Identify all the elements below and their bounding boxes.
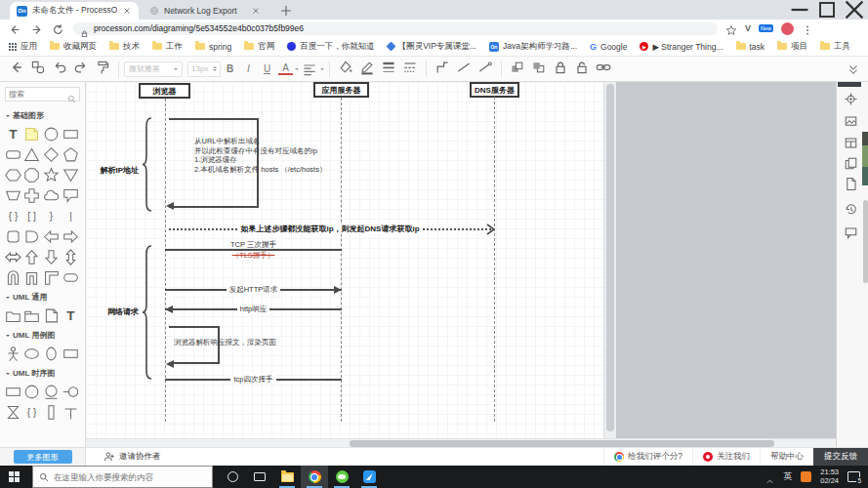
history-icon[interactable] <box>844 202 858 217</box>
lock-icon[interactable] <box>553 60 568 75</box>
bookmark-star-icon[interactable] <box>725 22 737 34</box>
shape-search-box[interactable] <box>5 87 80 102</box>
tab-network-log[interactable]: Network Log Export <box>143 2 268 20</box>
bookmark-item-8[interactable]: OnJava架构师学习路... <box>489 41 577 53</box>
bookmark-item-9[interactable]: GGoogle <box>590 42 627 52</box>
shape-brace-pair[interactable]: { } <box>4 207 21 224</box>
shape-octagon[interactable] <box>23 166 41 183</box>
shape-arrow-left-right[interactable] <box>4 248 21 265</box>
shape-arrow-right[interactable] <box>62 227 79 245</box>
line-straight-icon[interactable] <box>456 60 472 75</box>
shape-cloud[interactable] <box>43 186 61 204</box>
canvas-horizontal-scrollbar[interactable] <box>86 438 836 447</box>
tray-app-icon[interactable] <box>801 471 811 482</box>
connector-style-icon[interactable] <box>434 60 450 75</box>
canvas-vertical-scrollbar[interactable] <box>603 82 616 438</box>
tab-close-icon[interactable] <box>122 6 132 16</box>
resolve-note[interactable]: 从URL中解析出域名 并以此检查缓存中有没有对应域名的ip 1.浏览器缓存 2.… <box>194 137 326 174</box>
redo-icon[interactable] <box>73 60 89 75</box>
notification-icon[interactable]: 5 <box>847 471 860 482</box>
shape-rounded-square[interactable] <box>4 227 21 245</box>
message-label-tcp-wave[interactable]: tcp四次挥手 <box>165 375 342 385</box>
comment-icon[interactable] <box>844 225 858 240</box>
align-icon[interactable] <box>302 61 317 77</box>
copy-page-icon[interactable] <box>844 156 858 171</box>
taskbar-clock[interactable]: 21:53 02/24 <box>820 468 839 485</box>
unlock-icon[interactable] <box>574 60 590 75</box>
shape-brace-right[interactable]: } <box>43 207 61 224</box>
task-view-button[interactable] <box>246 466 273 488</box>
actor-browser[interactable]: 浏览器 <box>139 83 190 99</box>
diagram-canvas[interactable]: 浏览器 应用服务器 DNS服务器 从URL中解析出域名 并以此检查缓存中有没有对… <box>86 82 603 438</box>
shape-callout[interactable] <box>62 186 79 204</box>
font-size-select[interactable]: 13px <box>187 61 221 77</box>
shape-section-title[interactable]: UML 通用 <box>0 287 85 305</box>
shape-d-shape[interactable] <box>23 227 41 245</box>
bookmark-item-4[interactable]: spring <box>195 42 231 52</box>
shape-section-title[interactable]: UML 时序图 <box>0 363 85 382</box>
shape-inverted-triangle[interactable] <box>62 166 79 183</box>
shape-hexagon[interactable] <box>4 166 21 183</box>
nav-back-icon[interactable] <box>9 60 24 75</box>
shape-circle[interactable] <box>43 125 61 142</box>
actor-dns-server[interactable]: DNS服务器 <box>470 82 519 98</box>
shape-rounded-rect[interactable] <box>4 145 21 163</box>
dns-condition-label[interactable]: 如果上述步骤都没能获取ip，则发起DNS请求获取ip <box>193 224 467 234</box>
window-close-button[interactable] <box>841 0 868 20</box>
bookmark-item-7[interactable]: 【圈灵VIP专属课堂... <box>388 41 476 53</box>
window-minimize-button[interactable] <box>786 0 813 20</box>
font-size-stepper[interactable] <box>213 64 217 73</box>
italic-button[interactable]: I <box>241 63 256 74</box>
back-icon[interactable] <box>9 22 21 35</box>
bookmark-item-11[interactable]: task <box>736 42 765 52</box>
bookmark-item-10[interactable]: ▶▶ Stranger Thing... <box>640 42 723 52</box>
shape-triangle[interactable] <box>23 145 41 163</box>
line-style-icon[interactable] <box>402 60 418 75</box>
cortana-button[interactable] <box>219 466 246 488</box>
lifeline-dns-server[interactable] <box>494 97 495 422</box>
new-page-icon[interactable] <box>844 177 858 191</box>
shape-star[interactable] <box>43 166 61 183</box>
collapse-toolbar-icon[interactable] <box>847 62 860 76</box>
shape-search-input[interactable] <box>9 90 67 99</box>
shape-t-bar[interactable] <box>62 403 79 421</box>
send-back-icon[interactable] <box>531 60 547 75</box>
shape-arch[interactable] <box>4 268 21 286</box>
shape-oval[interactable] <box>43 345 61 362</box>
shape-bracket-pair[interactable]: [ ] <box>23 207 41 224</box>
shape-text[interactable]: T <box>4 125 21 142</box>
new-tab-button[interactable] <box>279 4 293 18</box>
shape-circle-underline[interactable] <box>43 383 61 400</box>
follow-us-button[interactable]: 关注我们 <box>692 448 760 466</box>
shape-rect[interactable] <box>62 125 79 142</box>
shape-library-icon[interactable] <box>30 60 46 75</box>
url-text[interactable]: processon.com/diagraming/5e534552e4b0c03… <box>94 23 304 33</box>
shape-ellipse[interactable] <box>23 345 41 362</box>
bookmark-item-2[interactable]: 技术 <box>109 41 140 53</box>
bring-front-icon[interactable] <box>510 60 525 75</box>
page-scrollbar-thumb[interactable] <box>863 200 868 283</box>
taskbar-search-input[interactable] <box>54 472 200 482</box>
shape-arrow-left[interactable] <box>43 227 61 245</box>
font-color-button[interactable]: A <box>278 63 293 75</box>
shape-section-title[interactable]: 基础图形 <box>0 105 85 124</box>
bookmark-item-1[interactable]: 收藏网页 <box>50 41 97 53</box>
scrollbar-thumb[interactable] <box>350 440 774 447</box>
shape-rect[interactable] <box>4 383 21 400</box>
layout-icon[interactable] <box>844 136 858 150</box>
format-painter-icon[interactable] <box>95 60 110 75</box>
chevron-down-icon[interactable] <box>320 68 324 72</box>
ime-indicator[interactable]: 英 <box>783 470 792 483</box>
file-explorer-button[interactable] <box>273 466 301 488</box>
feedback-button[interactable]: 提交反馈 <box>813 448 868 466</box>
chevron-down-icon[interactable] <box>295 68 299 72</box>
hyperlink-icon[interactable] <box>596 60 611 75</box>
message-label-http-request[interactable]: 发起HTTP请求 <box>165 285 342 295</box>
message-label-render[interactable]: 浏览器解析响应报文，渲染页面 <box>174 338 276 347</box>
shape-hourglass[interactable] <box>4 403 21 421</box>
shape-cross[interactable] <box>23 186 41 204</box>
message-label-http-response[interactable]: http响应 <box>165 305 342 314</box>
shape-arrow-down[interactable] <box>43 248 61 265</box>
bookmark-item-0[interactable]: 应用 <box>9 41 37 53</box>
font-family-select[interactable]: 微软雅黑 <box>124 61 183 77</box>
